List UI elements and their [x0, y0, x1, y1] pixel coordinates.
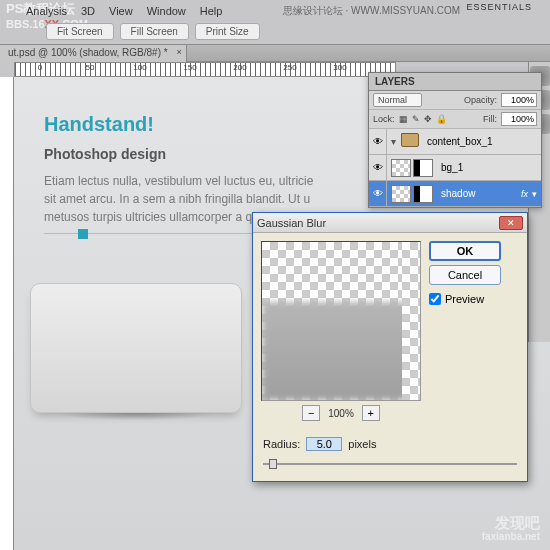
blend-row: Normal Opacity: [369, 91, 541, 110]
lock-pixels-icon[interactable]: ✎ [412, 114, 420, 124]
menu-help[interactable]: Help [200, 5, 223, 17]
layer-name: bg_1 [437, 162, 541, 173]
fill-input[interactable] [501, 112, 537, 126]
design-subheading: Photoshop design [44, 146, 320, 162]
watermark-bottom-right: 发现吧 faxianba.net [482, 516, 540, 544]
layers-tab[interactable]: LAYERS [369, 73, 541, 91]
radius-input[interactable] [306, 437, 342, 451]
layer-shadow[interactable]: 👁 shadow fx ▾ [369, 181, 541, 207]
print-size-button[interactable]: Print Size [195, 23, 260, 40]
fill-label: Fill: [483, 114, 497, 124]
fit-screen-button[interactable]: Fit Screen [46, 23, 114, 40]
radius-slider[interactable] [263, 457, 517, 471]
dialog-title: Gaussian Blur [257, 217, 499, 229]
dialog-titlebar[interactable]: Gaussian Blur ✕ [253, 213, 527, 233]
lock-position-icon[interactable]: ✥ [424, 114, 432, 124]
filter-preview[interactable] [261, 241, 421, 401]
document-tab[interactable]: ut.psd @ 100% (shadow, RGB/8#) * × [0, 45, 187, 63]
visibility-icon[interactable]: 👁 [369, 129, 387, 154]
mask-thumb [413, 159, 433, 177]
close-icon[interactable]: ✕ [499, 216, 523, 230]
design-heading: Handstand! [44, 113, 320, 136]
ruler-numbers: 0 50 100 150 200 250 300 [15, 63, 365, 72]
preview-checkbox-row[interactable]: Preview [429, 293, 484, 305]
document-tab-bar: ut.psd @ 100% (shadow, RGB/8#) * × [0, 44, 550, 62]
zoom-out-button[interactable]: − [302, 405, 320, 421]
menu-view[interactable]: View [109, 5, 133, 17]
visibility-icon[interactable]: 👁 [369, 155, 387, 180]
main-menu: Analysis 3D View Window Help [0, 2, 550, 20]
zoom-in-button[interactable]: + [362, 405, 380, 421]
menu-analysis[interactable]: Analysis [26, 5, 67, 17]
disclosure-triangle-icon[interactable]: ▾ [391, 133, 399, 151]
fx-badge[interactable]: fx [521, 189, 528, 199]
design-content: Handstand! Photoshop design Etiam lectus… [44, 113, 320, 226]
ok-button[interactable]: OK [429, 241, 501, 261]
layer-thumb [391, 159, 411, 177]
lock-label: Lock: [373, 114, 395, 124]
ruler-horizontal[interactable]: 0 50 100 150 200 250 300 [14, 62, 396, 77]
cancel-button[interactable]: Cancel [429, 265, 501, 285]
layer-bg1[interactable]: 👁 bg_1 [369, 155, 541, 181]
layer-name: shadow [437, 188, 521, 199]
slider-handle[interactable] [269, 459, 277, 469]
layer-thumb [391, 185, 411, 203]
options-bar: Fit Screen Fill Screen Print Size [46, 20, 260, 42]
menu-window[interactable]: Window [147, 5, 186, 17]
preview-label: Preview [445, 293, 484, 305]
radius-row: Radius: pixels [253, 431, 527, 455]
mask-thumb [413, 185, 433, 203]
radius-label: Radius: [263, 438, 300, 450]
opacity-input[interactable] [501, 93, 537, 107]
folder-icon [401, 133, 419, 147]
visibility-icon[interactable]: 👁 [369, 181, 387, 206]
lock-transparency-icon[interactable]: ▦ [399, 114, 408, 124]
design-card-shadow [24, 413, 248, 431]
menu-3d[interactable]: 3D [81, 5, 95, 17]
ruler-vertical[interactable] [0, 77, 14, 550]
radius-unit: pixels [348, 438, 376, 450]
zoom-percent: 100% [328, 408, 354, 419]
chevron-down-icon[interactable]: ▾ [532, 189, 537, 199]
zoom-controls: − 100% + [261, 405, 421, 421]
blend-mode-select[interactable]: Normal [373, 93, 422, 107]
document-tab-label: ut.psd @ 100% (shadow, RGB/8#) * [8, 47, 168, 58]
close-tab-icon[interactable]: × [176, 47, 181, 57]
slider-knob-icon [78, 229, 88, 239]
design-card [30, 283, 242, 413]
lock-row: Lock: ▦ ✎ ✥ 🔒 Fill: [369, 110, 541, 129]
layer-name: content_box_1 [423, 136, 541, 147]
opacity-label: Opacity: [464, 95, 497, 105]
layers-panel: LAYERS Normal Opacity: Lock: ▦ ✎ ✥ 🔒 Fil… [368, 72, 542, 208]
fill-screen-button[interactable]: Fill Screen [120, 23, 189, 40]
gaussian-blur-dialog: Gaussian Blur ✕ − 100% + OK Cancel Previ… [252, 212, 528, 482]
lock-all-icon[interactable]: 🔒 [436, 114, 447, 124]
layer-group-content-box[interactable]: 👁 ▾ content_box_1 [369, 129, 541, 155]
preview-checkbox[interactable] [429, 293, 441, 305]
